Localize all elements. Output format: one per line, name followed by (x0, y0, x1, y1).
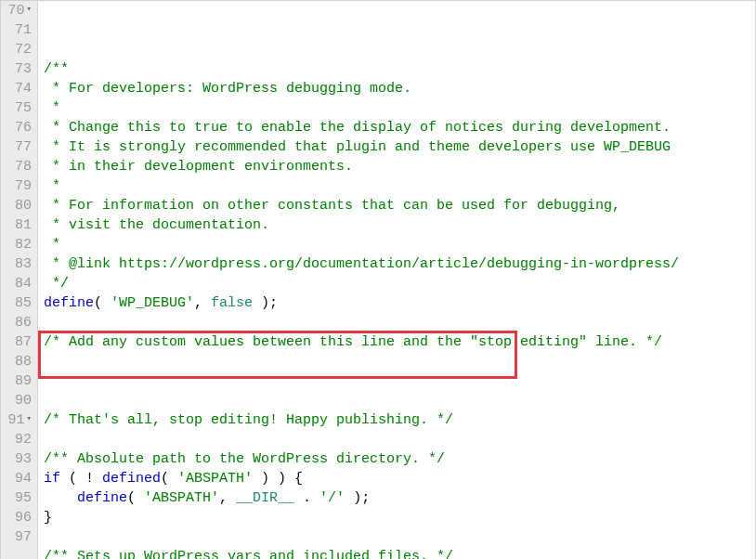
line-number: 71 (15, 20, 32, 40)
code-line[interactable]: /** Absolute path to the WordPress direc… (44, 449, 755, 469)
gutter-row[interactable]: 74 (1, 79, 32, 98)
gutter-row[interactable]: 86 (1, 313, 32, 332)
gutter-row[interactable]: 79 (1, 176, 32, 196)
line-number: 70 (8, 1, 25, 20)
line-number: 93 (15, 449, 32, 469)
code-line[interactable]: if ( ! defined( 'ABSPATH' ) ) { (44, 469, 755, 488)
code-line[interactable]: * in their development environments. (44, 157, 755, 176)
line-number: 74 (15, 79, 32, 98)
code-token: , (194, 293, 211, 313)
gutter-row[interactable]: 96 (1, 508, 32, 527)
code-line[interactable]: */ (44, 274, 755, 293)
code-line[interactable]: * For developers: WordPress debugging mo… (44, 79, 755, 98)
line-number: 92 (15, 430, 32, 449)
code-token: 'WP_DEBUG' (111, 293, 194, 313)
gutter-row[interactable]: 73 (1, 59, 32, 79)
code-token: /* Add any custom values between this li… (44, 332, 662, 352)
gutter-row[interactable]: 77 (1, 137, 32, 157)
code-line[interactable] (44, 527, 755, 547)
line-number: 76 (15, 118, 32, 137)
code-token: 'ABSPATH' (177, 469, 253, 488)
code-token: ! (85, 469, 102, 488)
code-line[interactable]: * (44, 98, 755, 118)
line-number: 95 (15, 488, 32, 508)
gutter-row[interactable]: 95 (1, 488, 32, 508)
line-number: 86 (15, 313, 32, 332)
gutter-row[interactable]: 82 (1, 235, 32, 254)
code-token: * visit the documentation. (44, 215, 269, 235)
line-number: 73 (15, 59, 32, 79)
code-line[interactable]: /* Add any custom values between this li… (44, 332, 755, 352)
line-number: 87 (15, 332, 32, 352)
code-token: false (211, 293, 253, 313)
gutter-row[interactable]: 72 (1, 40, 32, 59)
code-token: * It is strongly recommended that plugin… (44, 137, 671, 157)
gutter-row[interactable]: 81 (1, 215, 32, 235)
code-line[interactable]: /* That's all, stop editing! Happy publi… (44, 410, 755, 430)
line-number: 80 (15, 196, 32, 215)
code-token: ( (127, 488, 144, 508)
gutter-row[interactable]: 78 (1, 157, 32, 176)
code-area[interactable]: /** * For developers: WordPress debuggin… (38, 1, 755, 559)
code-line[interactable]: * (44, 176, 755, 196)
code-line[interactable]: * visit the documentation. (44, 215, 755, 235)
code-token: ); (345, 488, 370, 508)
code-token: /** Sets up WordPress vars and included … (44, 547, 453, 559)
code-line[interactable]: * For information on other constants tha… (44, 196, 755, 215)
fold-toggle-icon[interactable]: ▾ (27, 6, 32, 14)
code-line[interactable] (44, 371, 755, 391)
code-line[interactable]: } (44, 508, 755, 527)
line-number: 72 (15, 40, 32, 59)
gutter-row[interactable]: 85 (1, 293, 32, 313)
gutter-row[interactable]: 87 (1, 332, 32, 352)
gutter-row[interactable]: 94 (1, 469, 32, 488)
code-line[interactable]: define( 'WP_DEBUG', false ); (44, 293, 755, 313)
code-line[interactable]: * It is strongly recommended that plugin… (44, 137, 755, 157)
gutter-row[interactable]: 84 (1, 274, 32, 293)
code-line[interactable]: * @link https://wordpress.org/documentat… (44, 254, 755, 274)
code-line[interactable] (44, 313, 755, 332)
code-token: * (44, 176, 60, 196)
code-token: defined (102, 469, 161, 488)
code-token: __DIR__ (236, 488, 294, 508)
code-line[interactable]: /** Sets up WordPress vars and included … (44, 547, 755, 559)
code-line[interactable] (44, 352, 755, 371)
gutter-row[interactable]: 76 (1, 118, 32, 137)
gutter-row[interactable]: 71 (1, 20, 32, 40)
gutter-row[interactable]: 92 (1, 430, 32, 449)
gutter-row[interactable]: 91▾ (1, 410, 32, 430)
code-editor[interactable]: 70▾7172737475767778798081828384858687888… (0, 0, 756, 559)
line-number: 88 (15, 352, 32, 371)
line-number: 85 (15, 293, 32, 313)
gutter-row[interactable]: 80 (1, 196, 32, 215)
code-token: ( (60, 469, 85, 488)
code-token: /* That's all, stop editing! Happy publi… (44, 410, 453, 430)
line-number: 83 (15, 254, 32, 274)
code-token: ( (161, 469, 177, 488)
code-token: */ (44, 274, 69, 293)
gutter-row[interactable]: 88 (1, 352, 32, 371)
code-token: * (44, 235, 60, 254)
code-token: define (77, 488, 127, 508)
gutter-row[interactable]: 89 (1, 371, 32, 391)
line-number: 97 (15, 527, 32, 547)
gutter-row[interactable]: 83 (1, 254, 32, 274)
code-token: * in their development environments. (44, 157, 353, 176)
gutter-row[interactable]: 97 (1, 527, 32, 547)
code-line[interactable]: * (44, 235, 755, 254)
code-line[interactable]: define( 'ABSPATH', __DIR__ . '/' ); (44, 488, 755, 508)
code-line[interactable]: /** (44, 59, 755, 79)
code-line[interactable] (44, 391, 755, 410)
gutter-row[interactable]: 93 (1, 449, 32, 469)
gutter-row[interactable]: 90 (1, 391, 32, 410)
code-token: define (44, 293, 94, 313)
code-line[interactable]: * Change this to true to enable the disp… (44, 118, 755, 137)
line-number-gutter[interactable]: 70▾7172737475767778798081828384858687888… (1, 1, 38, 559)
gutter-row[interactable]: 75 (1, 98, 32, 118)
fold-toggle-icon[interactable]: ▾ (27, 415, 32, 423)
code-token: * For developers: WordPress debugging mo… (44, 79, 411, 98)
code-token: . (294, 488, 319, 508)
code-line[interactable] (44, 430, 755, 449)
code-token: * For information on other constants tha… (44, 196, 620, 215)
gutter-row[interactable]: 70▾ (1, 1, 32, 20)
